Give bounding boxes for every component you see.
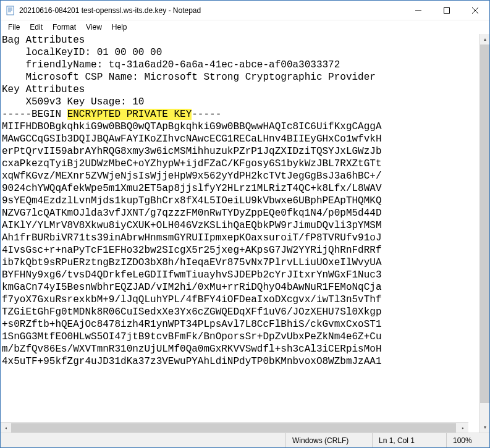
- horizontal-scrollbar[interactable]: ◂ ▸: [1, 422, 468, 433]
- maximize-button[interactable]: [433, 1, 461, 20]
- menubar: File Edit Format View Help: [1, 20, 489, 34]
- titlebar: 20210616-084201 test-openssl.ws-its.de.k…: [1, 1, 489, 20]
- window-controls: [404, 1, 489, 20]
- text-before: Bag Attributes localKeyID: 01 00 00 00 f…: [2, 35, 376, 120]
- text-editor[interactable]: Bag Attributes localKeyID: 01 00 00 00 f…: [1, 34, 479, 433]
- text-after: ----- MIIFHDBOBgkqhkiG9w0BBQ0wQTApBgkqhk…: [2, 109, 382, 367]
- editor-area: Bag Attributes localKeyID: 01 00 00 00 f…: [1, 34, 489, 433]
- status-position: Ln 1, Col 1: [372, 433, 446, 447]
- notepad-icon: [6, 6, 15, 15]
- hscroll-thumb[interactable]: [11, 423, 456, 433]
- menu-format[interactable]: Format: [48, 22, 81, 33]
- scroll-right-icon[interactable]: ▸: [458, 423, 468, 433]
- window-title: 20210616-084201 test-openssl.ws-its.de.k…: [19, 6, 404, 15]
- status-zoom: 100%: [446, 433, 489, 447]
- status-encoding: Windows (CRLF): [285, 433, 372, 447]
- scroll-left-icon[interactable]: ◂: [1, 423, 11, 433]
- vscroll-thumb[interactable]: [480, 44, 489, 403]
- svg-rect-6: [444, 7, 450, 13]
- menu-view[interactable]: View: [81, 22, 107, 33]
- close-button[interactable]: [461, 1, 489, 20]
- scroll-down-icon[interactable]: ▾: [479, 422, 490, 433]
- menu-help[interactable]: Help: [107, 22, 132, 33]
- menu-file[interactable]: File: [3, 22, 25, 33]
- vertical-scrollbar[interactable]: ▴ ▾: [479, 34, 489, 433]
- minimize-button[interactable]: [404, 1, 433, 20]
- highlighted-text: ENCRYPTED PRIVATE KEY: [67, 109, 192, 120]
- statusbar: Windows (CRLF) Ln 1, Col 1 100%: [1, 433, 489, 447]
- scroll-up-icon[interactable]: ▴: [479, 34, 490, 44]
- menu-edit[interactable]: Edit: [25, 22, 48, 33]
